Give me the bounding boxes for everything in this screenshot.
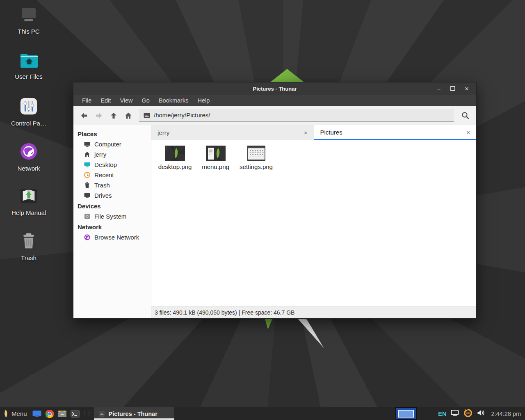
sidebar-item-file-system[interactable]: File System	[73, 211, 151, 221]
drives-icon	[84, 192, 91, 199]
sidebar-item-label: Browse Network	[94, 234, 139, 241]
tab-label: jerry	[158, 129, 169, 136]
home-icon	[84, 151, 91, 158]
sidebar-item-trash[interactable]: Trash	[73, 180, 151, 190]
menu-png-thumbnail	[206, 146, 226, 161]
tab-jerry[interactable]: jerry ×	[151, 125, 314, 140]
distro-menu-icon	[3, 409, 9, 418]
file-menu-png[interactable]: menu.png	[195, 146, 236, 170]
maximize-icon	[450, 86, 455, 91]
image-file-icon	[144, 112, 150, 118]
network-globe-icon	[19, 142, 38, 162]
desktop-icon-label: Network	[17, 165, 40, 172]
panel-handle[interactable]: ⋮⋮⋮⋮	[82, 411, 92, 417]
sidebar-item-label: Drives	[94, 192, 112, 199]
workspace-1[interactable]	[396, 408, 416, 419]
menu-item-edit[interactable]: Edit	[96, 97, 115, 104]
status-text: 3 files: 490.1 kB (490,050 bytes) | Free…	[155, 309, 294, 316]
sidebar-header-places: Places	[73, 128, 151, 139]
desktop-icon-column: This PC User Files Control Pa… Network H…	[3, 7, 54, 268]
tab-bar: jerry × Pictures ×	[151, 125, 476, 140]
search-icon	[461, 111, 470, 120]
desktop-icon-control-panel[interactable]: Control Pa…	[3, 97, 54, 133]
desktop-icon-label: User Files	[15, 73, 43, 80]
path-bar[interactable]: /home/jerry/Pictures/	[139, 109, 454, 122]
harddisk-icon	[84, 213, 91, 220]
terminal-icon	[71, 410, 80, 418]
files-launcher-button[interactable]	[31, 407, 43, 420]
back-button[interactable]	[77, 108, 91, 123]
trash-icon	[84, 182, 91, 189]
file-settings-png[interactable]: settings.png	[236, 146, 276, 170]
desktop-icon-network[interactable]: Network	[3, 142, 54, 178]
sidebar-item-label: Desktop	[94, 161, 117, 168]
menu-button[interactable]: Menu	[0, 407, 31, 420]
tab-pictures[interactable]: Pictures ×	[314, 125, 477, 140]
title-bar[interactable]: Pictures - Thunar – ✕	[73, 82, 476, 95]
sidebar-item-label: Recent	[94, 171, 114, 178]
forward-button[interactable]	[91, 108, 106, 123]
desktop-icon-this-pc[interactable]: This PC	[3, 7, 54, 43]
blue-folder-icon	[32, 410, 41, 418]
system-tray: EN 2:44:28 pm	[438, 409, 525, 419]
file-name: menu.png	[202, 163, 229, 170]
file-desktop-png[interactable]: desktop.png	[155, 146, 195, 170]
file-view[interactable]: desktop.png menu.png settings.png	[151, 140, 476, 306]
terminal-launcher-button[interactable]	[69, 407, 82, 420]
control-panel-icon	[19, 97, 38, 117]
sidebar-item-recent[interactable]: Recent	[73, 170, 151, 180]
menu-item-file[interactable]: File	[78, 97, 96, 104]
minimize-button[interactable]: –	[436, 86, 442, 91]
menu-bar: File Edit View Go Bookmarks Help	[73, 95, 476, 106]
chrome-icon	[45, 409, 54, 418]
sidebar-item-drives[interactable]: Drives	[73, 190, 151, 201]
window-controls: – ✕	[436, 86, 476, 91]
sidebar-item-label: File System	[94, 213, 126, 220]
desktop-icon-user-files[interactable]: User Files	[3, 52, 54, 88]
network-globe-icon	[84, 234, 91, 241]
menu-item-help[interactable]: Help	[193, 97, 214, 104]
desktop-icon-label: Control Pa…	[11, 120, 46, 127]
menu-item-go[interactable]: Go	[137, 97, 154, 104]
up-button[interactable]	[106, 108, 121, 123]
sidebar-item-jerry[interactable]: jerry	[73, 149, 151, 160]
desktop-png-thumbnail	[165, 146, 185, 161]
path-text[interactable]: /home/jerry/Pictures/	[154, 112, 210, 119]
window-title: Pictures - Thunar	[73, 86, 476, 92]
clock[interactable]: 2:44:28 pm	[489, 411, 521, 417]
display-tray-icon[interactable]	[451, 409, 459, 418]
trash-can-icon	[20, 232, 38, 252]
workspace-switcher[interactable]	[395, 407, 417, 420]
desktop-icon-trash[interactable]: Trash	[3, 232, 54, 268]
sidebar-item-desktop[interactable]: Desktop	[73, 160, 151, 170]
chrome-launcher-button[interactable]	[43, 407, 56, 420]
tab-close-icon[interactable]: ×	[304, 130, 308, 136]
desktop-icon-help-manual[interactable]: Help Manual	[3, 187, 54, 223]
sidebar-item-computer[interactable]: Computer	[73, 139, 151, 149]
thunar-window: Pictures - Thunar – ✕ File Edit View Go …	[73, 82, 477, 319]
home-button[interactable]	[121, 108, 136, 123]
settings-png-thumbnail	[247, 146, 265, 161]
menu-item-bookmarks[interactable]: Bookmarks	[154, 97, 193, 104]
volume-tray-icon[interactable]	[477, 409, 485, 418]
search-button[interactable]	[457, 108, 473, 123]
update-manager-tray-icon[interactable]	[463, 409, 472, 419]
sidebar-item-label: jerry	[94, 151, 106, 158]
maximize-button[interactable]	[450, 86, 456, 91]
home-icon	[124, 112, 132, 120]
close-button[interactable]: ✕	[464, 86, 470, 91]
status-bar: 3 files: 490.1 kB (490,050 bytes) | Free…	[151, 306, 476, 318]
tab-close-icon[interactable]: ×	[466, 129, 470, 135]
sidebar-item-label: Computer	[94, 141, 121, 148]
archive-launcher-button[interactable]	[56, 407, 69, 420]
taskbar-window-button[interactable]: Pictures - Thunar	[94, 407, 174, 420]
menu-item-view[interactable]: View	[115, 97, 137, 104]
desktop-icon	[84, 161, 91, 168]
back-icon	[80, 112, 88, 120]
keyboard-layout-indicator[interactable]: EN	[438, 411, 446, 417]
sidebar-item-browse-network[interactable]: Browse Network	[73, 232, 151, 242]
up-arrow-icon	[110, 112, 118, 120]
forward-icon	[95, 112, 103, 120]
menu-button-label: Menu	[11, 410, 27, 417]
desktop-icon-label: Help Manual	[11, 209, 46, 216]
